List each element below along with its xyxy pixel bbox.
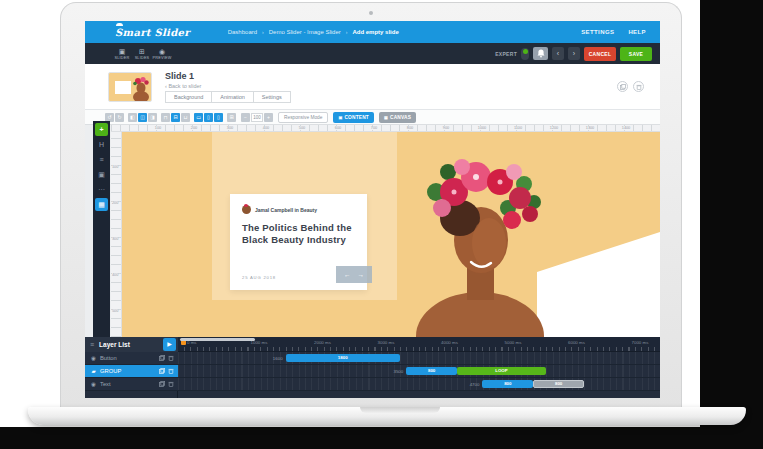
prev-arrow-icon[interactable]: ← — [344, 271, 351, 278]
vertical-ruler: 100200300400500 — [111, 132, 122, 337]
timeline-bar-blue[interactable]: 800 — [406, 367, 457, 375]
grid-icon[interactable]: ⊞ — [227, 113, 236, 122]
delete-slide-button[interactable] — [633, 81, 644, 92]
laptop-base — [28, 407, 746, 425]
hruler-label: 600 — [334, 126, 342, 130]
heading-layer-button[interactable]: H — [95, 138, 108, 151]
valign-top-icon[interactable]: ⊓ — [161, 113, 170, 122]
content-mode-button[interactable]: ▣ CONTENT — [333, 112, 374, 123]
layer-list-toggle-button[interactable]: ▦ — [95, 198, 108, 211]
layer-row-text[interactable]: ◉Text — [85, 378, 178, 391]
folder-icon[interactable]: ▰ — [90, 368, 97, 374]
timeline-ruler-label: 0 ms — [187, 340, 197, 345]
breadcrumb-item[interactable]: Dashboard — [228, 29, 257, 35]
zoom-out-icon[interactable]: − — [241, 113, 250, 122]
hruler-label: 1200 — [549, 126, 559, 130]
byline: Jamal Campbell in Beauty — [242, 205, 317, 214]
slides-button[interactable]: ⊞SLIDES — [132, 43, 152, 64]
timeline-bar-blue[interactable]: 800 — [482, 380, 533, 388]
eye-icon[interactable]: ◉ — [90, 355, 97, 361]
layer-row-button[interactable]: ◉Button — [85, 352, 178, 365]
ruler-ticks — [184, 347, 660, 351]
tablet-icon[interactable]: ▯ — [204, 113, 213, 122]
timeline-ruler-label: 7000 ms — [632, 340, 649, 345]
preview-icon: ◉ — [159, 48, 165, 55]
tab-settings[interactable]: Settings — [253, 91, 291, 103]
hruler-label: 300 — [226, 126, 234, 130]
timeline-bar-gray[interactable]: 800 — [533, 380, 584, 388]
timeline-bar-green[interactable]: LOOP — [457, 367, 546, 375]
duplicate-layer-icon[interactable] — [159, 355, 165, 361]
timeline-ruler-label: 1000 ms — [251, 340, 268, 345]
tab-background[interactable]: Background — [165, 91, 211, 103]
timeline-track-text: 4700800800 — [178, 378, 660, 391]
add-layer-button[interactable]: + — [95, 123, 108, 136]
next-slide-button[interactable]: › — [568, 47, 580, 60]
hruler-label: 900 — [442, 126, 450, 130]
breadcrumb-item[interactable]: Add empty slide — [352, 29, 398, 35]
breadcrumb-separator-icon: › — [262, 29, 264, 35]
more-layers-button[interactable]: ⋯ — [95, 183, 108, 196]
tab-animation[interactable]: Animation — [211, 91, 252, 103]
byline-text: Jamal Campbell in Beauty — [255, 207, 317, 213]
align-left-icon[interactable]: ◧ — [128, 113, 137, 122]
author-avatar — [242, 205, 251, 214]
slide-thumbnail[interactable] — [108, 72, 152, 102]
duplicate-layer-icon[interactable] — [159, 368, 165, 374]
text-layer-button[interactable]: ≡ — [95, 153, 108, 166]
slide-canvas[interactable]: Jamal Campbell in Beauty The Politics Be… — [122, 132, 660, 337]
help-link[interactable]: HELP — [628, 29, 646, 35]
expert-toggle[interactable] — [521, 48, 529, 60]
timeline-bar-blue[interactable]: 1800 — [286, 354, 400, 362]
timeline-ruler-label: 6000 ms — [568, 340, 585, 345]
cancel-button[interactable]: CANCEL — [584, 47, 616, 61]
app-header: Smart Slider Dashboard›Demo Slider - Ima… — [85, 21, 660, 43]
duplicate-icon — [620, 84, 626, 90]
desktop-icon[interactable]: ▭ — [194, 113, 203, 122]
slider-arrows: ← → — [336, 266, 372, 283]
timeline-track-group: 3500800LOOP — [178, 365, 660, 378]
next-arrow-icon[interactable]: → — [358, 271, 365, 278]
app-logo: Smart Slider — [115, 27, 190, 38]
delete-layer-icon[interactable] — [168, 381, 174, 387]
save-button[interactable]: SAVE — [620, 47, 652, 61]
back-to-slider-link[interactable]: ‹ Back to slider — [165, 83, 201, 89]
slider-button[interactable]: ▣SLIDER — [112, 43, 132, 64]
layer-row-group[interactable]: ▰GROUP — [85, 365, 178, 378]
canvas-mode-button[interactable]: ▦ CANVAS — [379, 112, 416, 123]
timeline-track-button: 16001800 — [178, 352, 660, 365]
responsive-mode-button[interactable]: Responsive Mode — [278, 112, 328, 123]
align-right-icon[interactable]: ◨ — [148, 113, 157, 122]
notifications-button[interactable] — [533, 47, 548, 60]
layer-rail: +H≡▣⋯▦ — [93, 121, 110, 337]
valign-middle-icon[interactable]: ⊟ — [171, 113, 180, 122]
back-arrow-icon: ‹ — [165, 83, 167, 89]
mobile-icon[interactable]: ▯ — [214, 113, 223, 122]
breadcrumb-item[interactable]: Demo Slider - Image Slider — [269, 29, 341, 35]
image-layer-button[interactable]: ▣ — [95, 168, 108, 181]
slide-title: Slide 1 — [165, 71, 194, 81]
duplicate-layer-icon[interactable] — [159, 381, 165, 387]
timeline-panel: 0 ms1000 ms2000 ms3000 ms4000 ms5000 ms6… — [85, 337, 660, 398]
breadcrumb[interactable]: Dashboard›Demo Slider - Image Slider›Add… — [228, 29, 399, 35]
preview-button[interactable]: ◉PREVIEW — [152, 43, 172, 64]
content-card[interactable]: Jamal Campbell in Beauty The Politics Be… — [230, 194, 367, 290]
previous-slide-button[interactable]: ‹ — [552, 47, 564, 60]
align-center-icon[interactable]: ◫ — [138, 113, 147, 122]
duplicate-slide-button[interactable] — [617, 81, 628, 92]
hruler-label: 1300 — [585, 126, 595, 130]
layer-name: GROUP — [100, 368, 121, 374]
delete-layer-icon[interactable] — [168, 368, 174, 374]
zoom-in-icon[interactable]: + — [264, 113, 273, 122]
delete-layer-icon[interactable] — [168, 355, 174, 361]
play-button[interactable]: ▶ — [163, 338, 176, 351]
bar-start-label: 3500 — [393, 369, 406, 374]
card-date: 25 AUG 2018 — [242, 275, 276, 280]
settings-link[interactable]: SETTINGS — [581, 29, 614, 35]
hruler-label: 100 — [154, 126, 162, 130]
redo-icon[interactable]: ↻ — [115, 113, 124, 122]
timeline-ruler[interactable]: 0 ms1000 ms2000 ms3000 ms4000 ms5000 ms6… — [178, 337, 660, 352]
vruler-label: 500 — [112, 309, 118, 313]
valign-bottom-icon[interactable]: ⊔ — [181, 113, 190, 122]
eye-icon[interactable]: ◉ — [90, 381, 97, 387]
